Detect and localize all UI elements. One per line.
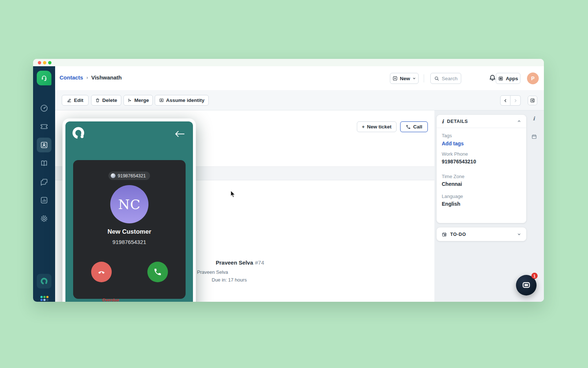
- edit-pencil-icon: [67, 98, 72, 103]
- search-icon: [434, 76, 440, 81]
- window-titlebar: [33, 59, 544, 66]
- ticket-title[interactable]: Praveen Selva: [216, 259, 253, 266]
- page-title: Vishwanath: [91, 74, 122, 81]
- breadcrumb-separator: ›: [86, 75, 88, 80]
- zoom-window-button[interactable]: [48, 61, 51, 64]
- overdue-badge: Overdue: [102, 298, 119, 302]
- caller-id-badge: 91987654321: [108, 171, 150, 180]
- time-zone-value: Chennai: [442, 181, 521, 187]
- merge-icon: [128, 98, 132, 103]
- new-ticket-button[interactable]: + New ticket: [357, 121, 397, 132]
- header-divider: [424, 74, 424, 82]
- details-card: i DETAILS Tags Add tags Work Phone 91987…: [437, 115, 526, 223]
- freshcaller-app-icon[interactable]: [37, 274, 51, 289]
- breadcrumb-contacts-link[interactable]: Contacts: [60, 74, 83, 81]
- chevron-down-icon: [412, 77, 416, 80]
- merge-button[interactable]: Merge: [123, 95, 153, 106]
- work-phone-value: 919876543210: [442, 159, 521, 164]
- chevron-down-icon[interactable]: [517, 232, 521, 236]
- todo-title: TO-DO: [450, 232, 466, 237]
- work-phone-label: Work Phone: [442, 151, 521, 157]
- next-record-button[interactable]: [510, 95, 521, 106]
- identity-card-icon: [159, 98, 164, 103]
- contact-toolbar: Edit Delete Merge Assume identity: [55, 90, 544, 110]
- back-arrow-icon[interactable]: [175, 130, 185, 138]
- minimize-window-button[interactable]: [43, 61, 46, 64]
- tickets-icon[interactable]: [40, 122, 49, 131]
- chat-unread-badge: 1: [531, 273, 538, 279]
- page-header: Contacts › Vishwanath New Search: [55, 66, 544, 90]
- add-tags-link[interactable]: Add tags: [442, 141, 521, 146]
- assume-identity-button[interactable]: Assume identity: [155, 95, 209, 106]
- calendar-icon: [442, 232, 447, 237]
- time-zone-label: Time Zone: [442, 174, 521, 179]
- new-button[interactable]: New: [390, 73, 419, 84]
- details-title: DETAILS: [447, 119, 468, 124]
- app-switcher-icon[interactable]: [40, 296, 49, 302]
- ticket-id: #74: [255, 259, 264, 266]
- todo-card[interactable]: TO-DO: [437, 227, 526, 241]
- search-button[interactable]: Search: [430, 73, 461, 84]
- previous-record-button[interactable]: [500, 95, 510, 106]
- breadcrumb: Contacts › Vishwanath: [60, 74, 122, 81]
- call-button[interactable]: Call: [400, 121, 428, 132]
- settings-gear-icon[interactable]: [40, 214, 49, 223]
- decline-call-button[interactable]: [91, 262, 112, 282]
- ticket-requester: Praveen Selva: [197, 269, 228, 275]
- call-widget-body: 91987654321 NC New Customer 91987654321: [65, 121, 193, 302]
- user-avatar[interactable]: P: [527, 72, 539, 84]
- apps-grid-icon: [498, 76, 503, 81]
- tags-label: Tags: [442, 133, 521, 138]
- forums-icon[interactable]: [40, 177, 49, 186]
- ticket-due-status: Due in: 17 hours: [212, 277, 247, 283]
- chevron-up-icon[interactable]: [517, 119, 521, 123]
- caller-name: New Customer: [73, 228, 186, 236]
- caller-avatar: NC: [110, 185, 148, 223]
- analytics-icon[interactable]: [40, 196, 49, 205]
- caller-number: 91987654321: [73, 239, 186, 245]
- plus-icon: +: [362, 124, 365, 130]
- delete-button[interactable]: Delete: [91, 95, 121, 106]
- phone-icon: [406, 124, 411, 130]
- left-nav-sidebar: [33, 66, 55, 302]
- language-label: Language: [442, 194, 521, 199]
- accept-call-button[interactable]: [147, 262, 168, 282]
- freshcaller-logo-icon: [71, 126, 86, 141]
- details-card-header[interactable]: i DETAILS: [437, 115, 526, 128]
- language-value: English: [442, 201, 521, 207]
- incoming-call-card: 91987654321 NC New Customer 91987654321: [73, 160, 186, 299]
- apps-button[interactable]: Apps: [496, 73, 520, 84]
- globe-icon: [111, 173, 115, 178]
- details-rail-info-icon[interactable]: i: [533, 116, 535, 121]
- contacts-icon[interactable]: [40, 141, 49, 149]
- ticket-item-74[interactable]: Praveen Selva#74: [216, 259, 264, 266]
- collapse-panel-button[interactable]: [528, 96, 537, 105]
- record-pager: [500, 95, 521, 106]
- trash-icon: [95, 98, 100, 103]
- todo-rail-calendar-icon[interactable]: [531, 134, 537, 139]
- solutions-icon[interactable]: [40, 159, 49, 168]
- incoming-call-widget: 91987654321 NC New Customer 91987654321: [62, 118, 196, 302]
- contact-side-panel: i DETAILS Tags Add tags Work Phone 91987…: [434, 110, 544, 302]
- plus-square-icon: [392, 76, 398, 81]
- freshdesk-logo-icon[interactable]: [37, 71, 51, 85]
- info-icon: i: [442, 118, 444, 124]
- edit-button[interactable]: Edit: [62, 95, 89, 106]
- dashboard-icon[interactable]: [40, 104, 49, 113]
- close-window-button[interactable]: [38, 61, 41, 64]
- app-window: Contacts › Vishwanath New Search: [33, 59, 544, 302]
